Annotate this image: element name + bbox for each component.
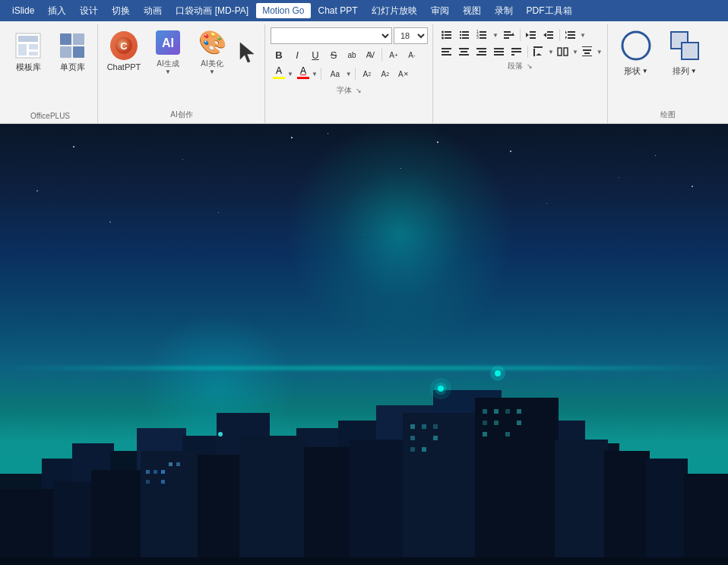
svg-rect-61: [511, 48, 521, 49]
arrange-label-row: 排列 ▼: [673, 65, 697, 77]
chatppt-icon: C: [110, 32, 138, 59]
increase-indent[interactable]: [540, 27, 557, 43]
svg-rect-121: [422, 447, 426, 452]
bullet-list-2[interactable]: [456, 27, 473, 43]
group-drawing: 形状 ▼ 排列 ▼: [609, 24, 727, 123]
svg-rect-122: [483, 409, 487, 414]
menu-record[interactable]: 录制: [489, 2, 519, 20]
single-page-button[interactable]: 单页库: [52, 27, 93, 78]
numbered-list[interactable]: 123: [473, 27, 490, 43]
menu-insert[interactable]: 插入: [42, 2, 72, 20]
font-row-2: B I U S ab AV A+ A-: [271, 46, 428, 63]
highlight-dropdown[interactable]: ▼: [287, 71, 293, 78]
spacing-button[interactable]: AV: [362, 46, 378, 63]
menu-pdf[interactable]: PDF工具箱: [521, 2, 578, 20]
svg-rect-119: [433, 436, 438, 440]
svg-rect-14: [445, 31, 451, 33]
superscript-button[interactable]: A2: [359, 65, 375, 82]
ai-beautify-dropdown: AI美化 ▼: [201, 59, 223, 76]
menu-animation[interactable]: 动画: [138, 2, 168, 20]
align-right[interactable]: [473, 44, 490, 59]
arrange-button[interactable]: 排列 ▼: [662, 27, 707, 78]
font-expand-icon[interactable]: ↘: [355, 87, 362, 94]
sort-button[interactable]: [501, 27, 518, 43]
menu-slideshow[interactable]: 幻灯片放映: [366, 2, 423, 20]
vertical-dropdown[interactable]: ▼: [597, 49, 603, 56]
menu-design[interactable]: 设计: [74, 2, 104, 20]
align-center[interactable]: [456, 44, 473, 59]
ai-beautify-button[interactable]: 🎨 AI美化 ▼: [191, 27, 233, 78]
svg-marker-47: [565, 30, 567, 33]
font-name-select[interactable]: [271, 27, 392, 44]
spacing-dropdown[interactable]: ▼: [580, 32, 586, 39]
officeplus-group-label: OfficePLUS: [8, 110, 93, 123]
align-left[interactable]: [438, 44, 455, 59]
svg-rect-118: [410, 436, 415, 440]
increase-font-button[interactable]: A+: [385, 46, 402, 63]
line-spacing[interactable]: [562, 27, 579, 43]
menu-mdpa[interactable]: 口袋动画 [MD-PA]: [169, 2, 255, 20]
slide-canvas[interactable]: [0, 124, 728, 565]
columns-dropdown[interactable]: ▼: [572, 49, 578, 56]
ribbon-content: 模板库 单页库 OfficePLUS: [0, 21, 728, 123]
svg-rect-28: [480, 37, 486, 39]
columns[interactable]: [555, 44, 571, 59]
case-button[interactable]: Aa: [324, 65, 346, 82]
clear-format-button[interactable]: A✕: [395, 65, 412, 82]
paragraph-group-label[interactable]: 段落 ↘: [438, 59, 603, 75]
arrange-dropdown-arrow[interactable]: ▼: [691, 68, 697, 75]
highlight-button[interactable]: A: [271, 65, 287, 82]
svg-rect-36: [530, 31, 536, 33]
ai-generate-button[interactable]: AI AI生成 ▼: [147, 27, 188, 78]
menu-islide[interactable]: iSlide: [6, 3, 40, 18]
svg-rect-21: [462, 34, 469, 36]
list-dropdown[interactable]: ▼: [492, 32, 499, 39]
justify[interactable]: [491, 44, 508, 59]
svg-rect-106: [646, 459, 688, 565]
shape-label: 形状: [624, 65, 641, 77]
chatppt-button[interactable]: C ChatPPT: [103, 27, 144, 78]
chatppt-label: ChatPPT: [107, 62, 141, 72]
svg-rect-25: [460, 37, 461, 39]
case-dropdown[interactable]: ▼: [346, 71, 352, 78]
decrease-font-button[interactable]: A-: [404, 46, 420, 63]
svg-rect-60: [494, 54, 504, 56]
svg-rect-111: [146, 480, 150, 484]
svg-text:C: C: [120, 40, 128, 52]
text-direction[interactable]: [530, 44, 547, 59]
menu-chat-ppt[interactable]: Chat PPT: [312, 3, 364, 18]
menu-motion-go[interactable]: Motion Go: [256, 3, 310, 18]
font-size-select[interactable]: 18: [394, 27, 428, 44]
font-color-dropdown[interactable]: ▼: [312, 71, 318, 78]
shape-dropdown-arrow[interactable]: ▼: [642, 68, 648, 75]
svg-rect-41: [547, 34, 553, 36]
ai-group-label: AI创作: [103, 108, 260, 123]
text-direction-dropdown[interactable]: ▼: [548, 49, 554, 56]
menu-transition[interactable]: 切换: [106, 2, 136, 20]
compress-button[interactable]: ab: [343, 46, 360, 63]
svg-rect-53: [461, 51, 467, 52]
font-color-button[interactable]: A: [295, 65, 312, 82]
shape-button[interactable]: 形状 ▼: [613, 27, 659, 78]
para-sep-2: [559, 29, 560, 41]
font-row-3: A ▼ A ▼: [271, 65, 428, 82]
cursor-tool[interactable]: [236, 27, 260, 78]
underline-button[interactable]: U: [307, 46, 324, 63]
bold-button[interactable]: B: [271, 46, 287, 63]
strikethrough-button[interactable]: S: [325, 46, 342, 63]
paragraph-expand-icon[interactable]: ↘: [526, 62, 533, 70]
svg-marker-43: [543, 33, 546, 37]
bullet-list-1[interactable]: [438, 27, 455, 43]
para-row-1: 123 ▼: [438, 27, 603, 43]
menu-review[interactable]: 审阅: [425, 2, 455, 20]
vertical-align[interactable]: [579, 44, 596, 59]
font-group-label[interactable]: 字体 ↘: [271, 84, 428, 99]
menu-view[interactable]: 视图: [457, 2, 487, 20]
svg-rect-32: [504, 31, 511, 33]
template-button[interactable]: 模板库: [8, 27, 49, 78]
italic-button[interactable]: I: [289, 46, 305, 63]
decrease-indent[interactable]: [523, 27, 540, 43]
subscript-button[interactable]: A2: [377, 65, 394, 82]
svg-point-17: [442, 31, 444, 33]
distribute[interactable]: [508, 44, 525, 59]
